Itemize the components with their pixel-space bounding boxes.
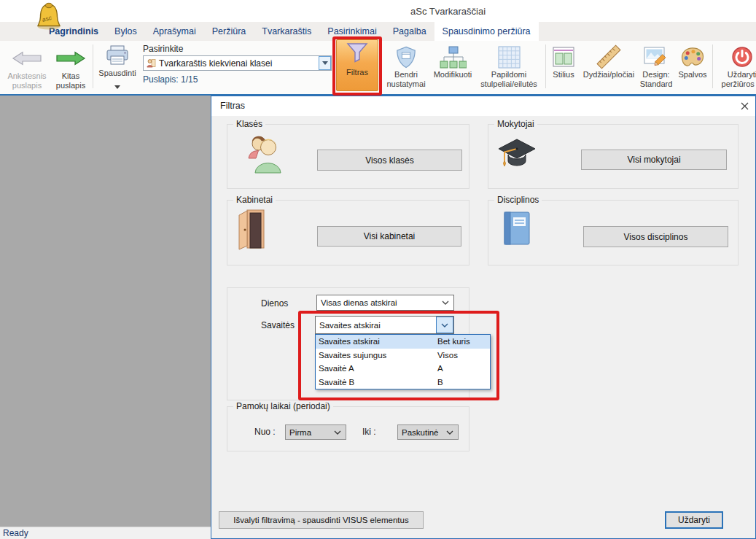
page-counter: Puslapis: 1/15 xyxy=(143,74,198,85)
arrow-left-icon xyxy=(3,45,51,71)
close-dialog-button[interactable]: Uždaryti xyxy=(665,511,723,529)
period-to-combo[interactable]: Paskutinė xyxy=(397,424,459,440)
all-rooms-button[interactable]: Visi kabinetai xyxy=(317,226,461,247)
colors-label: Spalvos xyxy=(675,70,710,80)
modify-label: Modifikuoti xyxy=(429,70,476,80)
design-button[interactable]: Design: Standard xyxy=(637,44,675,89)
book-icon xyxy=(502,210,531,249)
filter-label: Filtras xyxy=(346,68,368,77)
ribbon-separator xyxy=(545,44,546,88)
style-label: Stilius xyxy=(547,70,580,80)
period-from-value: Pirma xyxy=(286,428,334,437)
period-from-combo[interactable]: Pirma xyxy=(285,424,346,440)
rooms-group: Kabinetai Visi kabinetai xyxy=(227,200,469,265)
ribbon-separator xyxy=(93,44,93,88)
arrow-right-icon xyxy=(51,45,90,71)
weeks-option[interactable]: Savaites atskirai Bet kuris xyxy=(316,335,490,349)
chevron-down-icon xyxy=(446,430,458,435)
days-combo-value: Visas dienas atskirai xyxy=(317,298,442,307)
sizes-button[interactable]: Dydžiai/pločiai xyxy=(579,44,639,80)
hierarchy-icon xyxy=(429,44,476,70)
palette-icon xyxy=(675,44,710,70)
period-from-label: Nuo : xyxy=(254,427,276,437)
previous-page-label: Ankstesnis puslapis xyxy=(3,71,51,90)
students-icon xyxy=(246,133,283,177)
status-text: Ready xyxy=(3,528,28,538)
extra-columns-label: Papildomi stulpeliai/eilutės xyxy=(475,70,542,89)
all-teachers-button[interactable]: Visi mokytojai xyxy=(581,150,727,170)
weeks-combo[interactable]: Savaites atskirai xyxy=(315,316,454,334)
periods-group-label: Pamokų laikai (periodai) xyxy=(233,401,333,411)
next-page-label: Kitas puslapis xyxy=(51,71,90,90)
days-combo[interactable]: Visas dienas atskirai xyxy=(316,295,454,311)
close-preview-button[interactable]: Uždaryti peržiūros la xyxy=(715,44,756,89)
all-classes-button[interactable]: Visos klasės xyxy=(317,150,462,171)
weeks-option[interactable]: Savaitė A A xyxy=(316,362,490,376)
tab-aprasymai[interactable]: Aprašymai xyxy=(145,22,204,41)
asc-bell-logo-icon: asc xyxy=(32,2,66,33)
sizes-label: Dydžiai/pločiai xyxy=(579,70,639,80)
schedule-select-combo[interactable]: Tvarkaraštis kiekvienai klasei xyxy=(143,55,332,71)
days-label: Dienos xyxy=(261,298,288,309)
previous-page-button[interactable]: Ankstesnis puslapis xyxy=(3,45,51,90)
picture-pencil-icon xyxy=(637,44,675,70)
close-icon[interactable] xyxy=(736,99,752,113)
classes-group: Klasės Visos klasės xyxy=(227,124,469,189)
class-person-icon xyxy=(144,58,156,68)
ribbon-separator xyxy=(712,44,713,88)
tab-perziura[interactable]: Peržiūra xyxy=(204,22,254,41)
chevron-down-icon xyxy=(334,430,346,435)
subjects-group: Disciplinos Visos disciplinos xyxy=(488,200,739,265)
period-to-value: Paskutinė xyxy=(398,428,446,437)
tab-pasirinkimai[interactable]: Pasirinkimai xyxy=(319,22,384,41)
chevron-down-icon[interactable] xyxy=(436,317,453,333)
weeks-dropdown-list: Savaites atskirai Bet kuris Savaites suj… xyxy=(315,334,491,389)
tab-pagalba[interactable]: Pagalba xyxy=(385,22,434,41)
shield-icon xyxy=(383,44,429,70)
window-titlebar: aSc Tvarkaraščiai xyxy=(0,0,756,22)
power-icon xyxy=(715,44,756,70)
ribbon-tabbar: Pagrindinis Bylos Aprašymai Peržiūra Tva… xyxy=(0,22,756,41)
combo-dropdown-button[interactable] xyxy=(319,56,331,70)
weeks-combo-value: Savaites atskirai xyxy=(316,321,436,330)
dialog-title: Filtras xyxy=(220,101,245,111)
door-icon xyxy=(237,209,266,254)
rooms-group-label: Kabinetai xyxy=(233,195,276,205)
extra-columns-button[interactable]: Papildomi stulpeliai/eilutės xyxy=(475,44,542,89)
ruler-icon xyxy=(579,44,639,70)
period-to-label: Iki : xyxy=(362,427,376,437)
colors-button[interactable]: Spalvos xyxy=(675,44,710,80)
print-button[interactable]: Spausdinti xyxy=(96,42,139,92)
design-label: Design: Standard xyxy=(637,70,675,89)
tab-tvarkarastis[interactable]: Tvarkaraštis xyxy=(254,22,319,41)
weeks-option[interactable]: Savaites sujungus Visos xyxy=(316,349,490,362)
general-settings-label: Bendri nustatymai xyxy=(383,70,429,89)
next-page-button[interactable]: Kitas puslapis xyxy=(51,45,90,90)
tab-spausdinimo-perziura[interactable]: Spausdinimo peržiūra xyxy=(434,22,539,41)
grid-icon xyxy=(475,44,542,70)
classes-group-label: Klasės xyxy=(233,119,265,129)
dialog-titlebar: Filtras xyxy=(211,96,755,116)
all-subjects-button[interactable]: Visos disciplinos xyxy=(583,226,728,247)
clear-filter-button[interactable]: Išvalyti filtravimą - spausdinti VISUS e… xyxy=(219,511,424,529)
window-title: aSc Tvarkaraščiai xyxy=(410,6,486,17)
teachers-group: Mokytojai Visi mokytojai xyxy=(488,124,739,189)
printer-icon xyxy=(96,42,139,69)
general-settings-button[interactable]: Bendri nustatymai xyxy=(383,44,429,89)
style-button[interactable]: Stilius xyxy=(547,44,580,80)
weeks-option[interactable]: Savaitė B B xyxy=(316,376,490,389)
app-window: aSc Tvarkaraščiai asc Pagrindinis Bylos … xyxy=(0,0,756,539)
chevron-down-icon xyxy=(442,300,453,305)
layout-icon xyxy=(547,44,580,70)
periods-group: Pamokų laikai (periodai) Nuo : Pirma Iki… xyxy=(227,406,469,451)
print-label: Spausdinti xyxy=(96,69,139,78)
select-schedule-label: Pasirinkite xyxy=(143,44,183,54)
filter-dialog: Filtras Klasės Visos xyxy=(211,96,756,539)
tab-bylos[interactable]: Bylos xyxy=(106,22,145,41)
graduation-cap-icon xyxy=(497,136,537,177)
filter-button[interactable]: Filtras xyxy=(336,39,378,91)
funnel-icon xyxy=(346,40,369,65)
subjects-group-label: Disciplinos xyxy=(494,195,542,205)
print-dropdown-caret-icon[interactable] xyxy=(96,79,139,92)
modify-button[interactable]: Modifikuoti xyxy=(429,44,476,80)
